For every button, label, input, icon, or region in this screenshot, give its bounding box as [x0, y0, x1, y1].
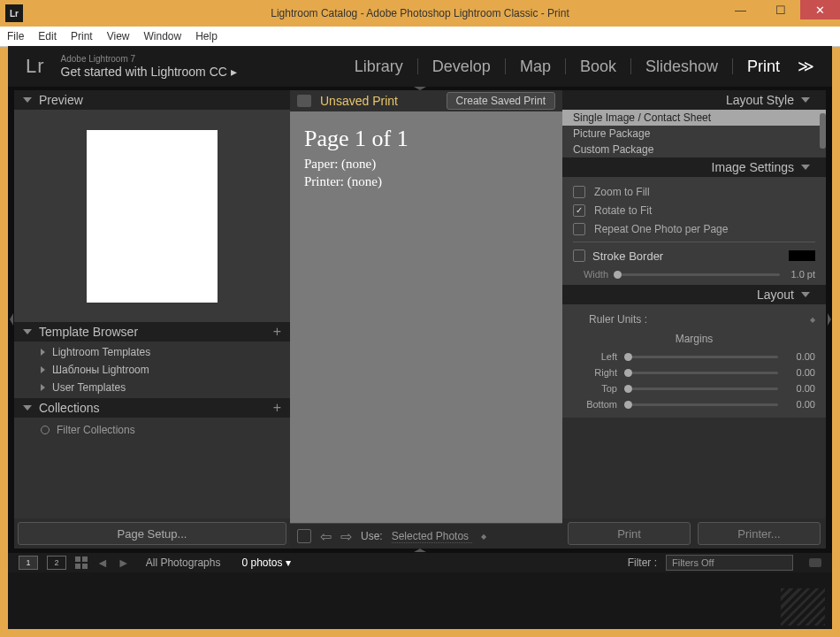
search-icon [41, 426, 50, 434]
source-label[interactable]: All Photographs [146, 556, 221, 569]
page-count: Page 1 of 1 [304, 126, 548, 152]
menu-file[interactable]: File [7, 30, 24, 42]
print-icon [297, 95, 311, 107]
module-develop[interactable]: Develop [418, 58, 505, 76]
preview-area [14, 110, 290, 322]
layout-style-item[interactable]: Single Image / Contact Sheet [562, 110, 826, 126]
filter-dropdown[interactable]: Filters Off [666, 555, 793, 571]
preview-paper [87, 130, 218, 303]
print-button[interactable]: Print [568, 522, 691, 545]
layout-header[interactable]: Layout [562, 285, 826, 304]
template-folder[interactable]: User Templates [14, 379, 290, 396]
preview-header[interactable]: Preview [14, 90, 290, 110]
stroke-color-swatch[interactable] [789, 250, 815, 261]
create-saved-print-button[interactable]: Create Saved Print [447, 92, 555, 110]
left-panel-collapse[interactable] [8, 90, 14, 549]
printer-button[interactable]: Printer... [698, 522, 821, 545]
template-browser-header[interactable]: Template Browser+ [14, 322, 290, 342]
menu-window[interactable]: Window [144, 30, 182, 42]
prev-page-button[interactable]: ⇦ [320, 528, 332, 545]
margin-bottom-slider[interactable] [624, 403, 778, 406]
layout-style-item[interactable]: Picture Package [562, 126, 826, 142]
filmstrip-collapse[interactable] [8, 549, 832, 553]
identity-sub: Adobe Lightroom 7 [61, 54, 237, 65]
window-title: Lightroom Catalog - Adobe Photoshop Ligh… [0, 0, 840, 27]
margins-label: Margins [573, 333, 815, 345]
maximize-button[interactable]: ☐ [760, 0, 800, 19]
zoom-to-fill-checkbox[interactable] [573, 186, 585, 198]
module-map[interactable]: Map [506, 58, 565, 76]
module-overflow-icon[interactable]: ≫ [794, 57, 814, 76]
filter-label: Filter : [628, 556, 657, 569]
print-name: Unsaved Print [320, 94, 438, 108]
dropdown-icon: ◆ [481, 533, 486, 541]
primary-display-button[interactable]: 1 [19, 556, 38, 570]
app-icon: Lr [5, 4, 23, 22]
module-book[interactable]: Book [566, 58, 630, 76]
menu-view[interactable]: View [107, 30, 130, 42]
lr-logo: Lr [26, 55, 45, 78]
module-slideshow[interactable]: Slideshow [631, 58, 732, 76]
secondary-display-button[interactable]: 2 [47, 556, 66, 570]
right-panel-collapse[interactable] [826, 90, 832, 549]
minimize-button[interactable]: — [721, 0, 760, 19]
next-page-button[interactable]: ⇨ [340, 528, 352, 545]
watermark [781, 588, 825, 625]
filter-collections-input[interactable]: Filter Collections [14, 421, 290, 439]
use-dropdown[interactable]: Selected Photos [392, 530, 472, 543]
filter-lock-toggle[interactable] [809, 558, 821, 567]
template-folder[interactable]: Шаблоны Lightroom [14, 361, 290, 379]
identity-link[interactable]: Get started with Lightroom CC ▸ [61, 65, 237, 80]
margin-top-slider[interactable] [624, 388, 778, 390]
ruler-units-dropdown[interactable]: Ruler Units :◆ [573, 310, 815, 329]
use-label: Use: [361, 530, 383, 542]
stroke-width-slider[interactable] [614, 273, 780, 276]
menu-help[interactable]: Help [195, 30, 218, 42]
margin-left-slider[interactable] [624, 356, 778, 358]
printer-info: Printer: (none) [304, 173, 548, 191]
collections-header[interactable]: Collections+ [14, 398, 290, 418]
filmstrip[interactable] [8, 572, 832, 629]
image-settings-header[interactable]: Image Settings [562, 157, 826, 177]
add-template-button[interactable]: + [273, 324, 281, 340]
page-setup-button[interactable]: Page Setup... [18, 522, 286, 545]
print-canvas: Page 1 of 1 Paper: (none) Printer: (none… [290, 111, 562, 523]
template-folder[interactable]: Lightroom Templates [14, 343, 290, 361]
layout-style-header[interactable]: Layout Style [562, 90, 826, 110]
close-button[interactable]: ✕ [800, 0, 840, 19]
menu-edit[interactable]: Edit [38, 30, 57, 42]
grid-view-icon[interactable] [75, 556, 88, 569]
nav-fwd-button[interactable]: ► [118, 556, 130, 570]
module-library[interactable]: Library [340, 58, 417, 76]
select-page-checkbox[interactable] [297, 529, 311, 543]
rotate-to-fit-checkbox[interactable] [573, 204, 585, 217]
photo-count[interactable]: 0 photos ▾ [241, 556, 290, 569]
module-print[interactable]: Print [733, 58, 794, 76]
menu-bar: File Edit Print View Window Help [0, 27, 840, 47]
stroke-border-checkbox[interactable] [573, 249, 585, 262]
paper-info: Paper: (none) [304, 156, 548, 173]
nav-back-button[interactable]: ◄ [96, 556, 109, 570]
repeat-photo-checkbox[interactable] [573, 223, 585, 235]
margin-right-slider[interactable] [624, 372, 778, 374]
add-collection-button[interactable]: + [273, 400, 281, 416]
menu-print[interactable]: Print [71, 30, 93, 42]
right-panel-scrollbar[interactable] [820, 113, 826, 149]
layout-style-item[interactable]: Custom Package [562, 142, 826, 157]
